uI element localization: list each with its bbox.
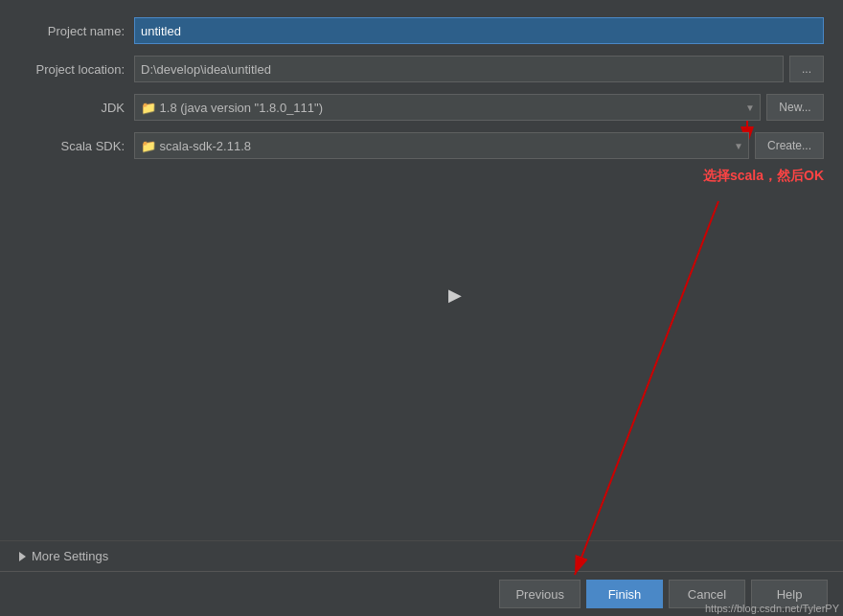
scala-sdk-select[interactable]: 📁 scala-sdk-2.11.8 [134, 132, 749, 159]
scala-sdk-label: Scala SDK: [19, 139, 134, 153]
project-location-label: Project location: [19, 62, 134, 77]
project-location-input[interactable] [134, 56, 784, 82]
jdk-select[interactable]: 📁 1.8 (java version "1.8.0_111") [134, 94, 761, 121]
more-settings-toggle[interactable]: More Settings [19, 549, 108, 563]
more-settings-label: More Settings [32, 549, 108, 563]
jdk-row: JDK 📁 1.8 (java version "1.8.0_111") ▼ N… [19, 94, 824, 121]
scala-sdk-create-button[interactable]: Create... [755, 132, 824, 159]
form-area: Project name: Project location: ... JDK … [0, 0, 843, 540]
project-location-browse-button[interactable]: ... [789, 56, 824, 82]
scala-sdk-row: Scala SDK: 📁 scala-sdk-2.11.8 ▼ Create..… [19, 132, 824, 159]
jdk-new-button[interactable]: New... [766, 94, 824, 121]
project-location-field-group: ... [134, 56, 824, 82]
project-name-input[interactable] [134, 17, 824, 44]
more-settings-row: More Settings [0, 540, 843, 571]
dialog-footer: Previous Finish Cancel Help [0, 571, 843, 616]
help-button[interactable]: Help [751, 580, 828, 608]
project-name-label: Project name: [19, 24, 134, 38]
jdk-select-wrapper: 📁 1.8 (java version "1.8.0_111") ▼ [134, 94, 761, 121]
more-settings-triangle-icon [19, 552, 26, 561]
project-name-row: Project name: [19, 17, 824, 44]
cancel-button[interactable]: Cancel [669, 580, 745, 608]
finish-button[interactable]: Finish [586, 580, 663, 608]
scala-sdk-select-wrapper: 📁 scala-sdk-2.11.8 ▼ [134, 132, 749, 159]
project-location-row: Project location: ... [19, 56, 824, 82]
previous-button[interactable]: Previous [499, 580, 581, 608]
jdk-label: JDK [19, 101, 134, 115]
new-project-dialog: 选择scala，然后OK ▶ Project name: Project loc… [0, 0, 843, 616]
